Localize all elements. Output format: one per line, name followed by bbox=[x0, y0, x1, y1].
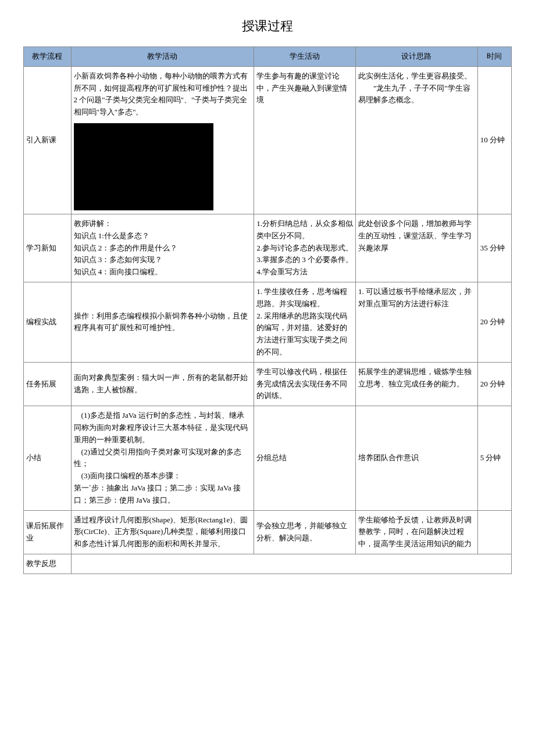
table-row: 任务拓展 面向对象典型案例：猫大叫一声，所有的老鼠都开始逃跑，主人被惊醒。 学生… bbox=[24, 362, 512, 406]
page-title: 授课过程 bbox=[23, 17, 512, 35]
cell-design: 拓展学生的逻辑思维，锻炼学生独立思考、独立完成任务的能力。 bbox=[355, 362, 477, 406]
cell-time: 35 分钟 bbox=[477, 214, 511, 282]
cell-flow: 课后拓展作业 bbox=[24, 510, 72, 554]
cell-flow: 引入新课 bbox=[24, 66, 72, 214]
cell-time: 10 分钟 bbox=[477, 66, 511, 214]
cell-merged bbox=[71, 554, 511, 574]
cell-activity: 小新喜欢饲养各种小动物，每种小动物的喂养方式有所不同，如何提高程序的可扩展性和可… bbox=[71, 66, 254, 214]
header-time: 时间 bbox=[477, 47, 511, 67]
cell-student: 学生可以修改代码，根据任务完成情况去实现任务不同的训练。 bbox=[254, 362, 356, 406]
cell-flow: 教学反思 bbox=[24, 554, 72, 574]
cell-student: 学会独立思考，并能够独立分析、解决问题。 bbox=[254, 510, 356, 554]
table-row: 教学反思 bbox=[24, 554, 512, 574]
cell-flow: 编程实战 bbox=[24, 282, 72, 362]
header-activity: 教学活动 bbox=[71, 47, 254, 67]
cell-flow: 小结 bbox=[24, 406, 72, 510]
cell-design: 学生能够给予反馈，让教师及时调整教学，同时，在问题解决过程中，提高学生灵活运用知… bbox=[355, 510, 477, 554]
table-row: 课后拓展作业 通过程序设计几何图形(Shape)、矩形(Rectang1e)、圆… bbox=[24, 510, 512, 554]
cell-activity: 通过程序设计几何图形(Shape)、矩形(Rectang1e)、圆形(CirCI… bbox=[71, 510, 254, 554]
cell-flow: 学习新知 bbox=[24, 214, 72, 282]
cell-time: 5 分钟 bbox=[477, 406, 511, 510]
table-header-row: 教学流程 教学活动 学生活动 设计思路 时间 bbox=[24, 47, 512, 67]
table-row: 小结 (1)多态是指 JaVa 运行时的多态性，与封装、继承同称为面向对象程序设… bbox=[24, 406, 512, 510]
table-row: 引入新课 小新喜欢饲养各种小动物，每种小动物的喂养方式有所不同，如何提高程序的可… bbox=[24, 66, 512, 214]
table-row: 学习新知 教师讲解： 知识点 1:什么是多态？ 知识点 2：多态的作用是什么？ … bbox=[24, 214, 512, 282]
cell-time: 20 分钟 bbox=[477, 362, 511, 406]
cell-time: 20 分钟 bbox=[477, 282, 511, 362]
cell-activity: 面向对象典型案例：猫大叫一声，所有的老鼠都开始逃跑，主人被惊醒。 bbox=[71, 362, 254, 406]
embedded-image-placeholder bbox=[74, 123, 213, 210]
header-design: 设计思路 bbox=[355, 47, 477, 67]
cell-student: 学生参与有趣的课堂讨论中，产生兴趣融入到课堂情境 bbox=[254, 66, 356, 214]
cell-design: 此实例生活化，学生更容易接受。 "龙生九子，子子不同"学生容易理解多态概念。 bbox=[355, 66, 477, 214]
activity-text: 小新喜欢饲养各种小动物，每种小动物的喂养方式有所不同，如何提高程序的可扩展性和可… bbox=[74, 70, 252, 119]
table-row: 编程实战 操作：利用多态编程模拟小新饲养各种小动物，且使程序具有可扩展性和可维护… bbox=[24, 282, 512, 362]
cell-flow: 任务拓展 bbox=[24, 362, 72, 406]
cell-design: 1. 可以通过板书手绘继承层次，并对重点重写的方法进行标注 bbox=[355, 282, 477, 362]
cell-design: 此处创设多个问题，增加教师与学生的互动性，课堂活跃、学生学习兴趣浓厚 bbox=[355, 214, 477, 282]
cell-activity: (1)多态是指 JaVa 运行时的多态性，与封装、继承同称为面向对象程序设计三大… bbox=[71, 406, 254, 510]
cell-student: 分组总结 bbox=[254, 406, 356, 510]
cell-activity: 操作：利用多态编程模拟小新饲养各种小动物，且使程序具有可扩展性和可维护性。 bbox=[71, 282, 254, 362]
header-flow: 教学流程 bbox=[24, 47, 72, 67]
cell-student: 1. 学生接收任务，思考编程思路。并实现编程。 2. 采用继承的思路实现代码的编… bbox=[254, 282, 356, 362]
cell-design: 培养团队合作意识 bbox=[355, 406, 477, 510]
cell-student: 1.分析归纳总结，从众多相似类中区分不同。 2.参与讨论多态的表现形式。 3.掌… bbox=[254, 214, 356, 282]
header-student: 学生活动 bbox=[254, 47, 356, 67]
cell-time bbox=[477, 510, 511, 554]
cell-activity: 教师讲解： 知识点 1:什么是多态？ 知识点 2：多态的作用是什么？ 知识点 3… bbox=[71, 214, 254, 282]
lesson-table: 教学流程 教学活动 学生活动 设计思路 时间 引入新课 小新喜欢饲养各种小动物，… bbox=[23, 46, 512, 574]
